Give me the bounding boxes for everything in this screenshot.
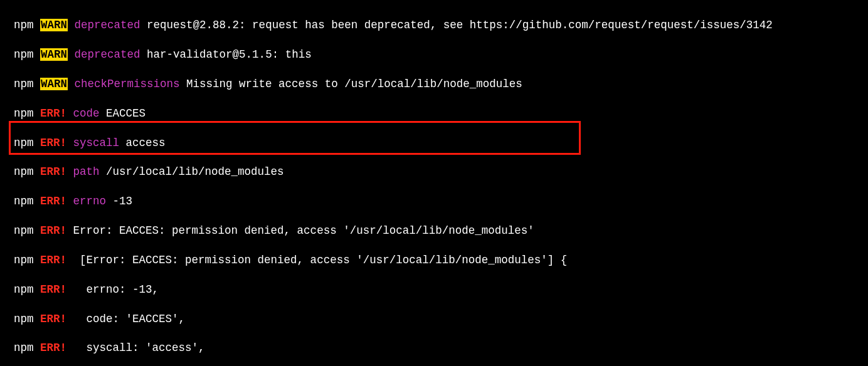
npm-tag: npm: [14, 19, 34, 31]
log-line: npm ERR! code: 'EACCES',: [14, 312, 868, 327]
err-tag: ERR!: [40, 342, 66, 354]
log-line: npm WARN deprecated har-validator@5.1.5:…: [14, 48, 868, 62]
log-message: access: [119, 137, 166, 149]
err-tag: ERR!: [40, 283, 66, 296]
npm-tag: npm: [14, 254, 34, 266]
log-message: har-validator@5.1.5: this: [140, 48, 312, 61]
log-message: /usr/local/lib/node_modules: [100, 165, 284, 178]
npm-tag: npm: [14, 48, 34, 61]
log-line: npm ERR! errno -13: [14, 194, 868, 209]
npm-tag: npm: [14, 224, 34, 237]
npm-tag: npm: [14, 283, 34, 296]
err-tag: ERR!: [40, 224, 66, 237]
log-line: npm WARN checkPermissions Missing write …: [14, 77, 868, 92]
log-message: [Error: EACCES: permission denied, acces…: [73, 254, 568, 266]
err-tag: ERR!: [40, 313, 66, 325]
log-line: npm ERR! syscall access: [14, 136, 868, 150]
npm-tag: npm: [14, 195, 34, 207]
err-tag: ERR!: [40, 165, 66, 178]
err-tag: ERR!: [40, 107, 66, 120]
log-line: npm WARN deprecated request@2.88.2: requ…: [14, 18, 868, 33]
log-message: request@2.88.2: request has been depreca…: [140, 19, 773, 31]
log-line: npm ERR! path /usr/local/lib/node_module…: [14, 165, 868, 179]
terminal-output: npm WARN deprecated request@2.88.2: requ…: [0, 0, 868, 366]
log-message: -13: [106, 195, 132, 207]
warn-tag: WARN: [40, 48, 68, 61]
log-category: deprecated: [75, 19, 140, 31]
err-tag: ERR!: [40, 254, 66, 266]
npm-tag: npm: [14, 137, 34, 149]
err-tag: ERR!: [40, 195, 66, 207]
warn-tag: WARN: [40, 78, 68, 90]
log-category: code: [73, 107, 100, 120]
err-tag: ERR!: [40, 137, 66, 149]
npm-tag: npm: [14, 107, 34, 120]
log-line: npm ERR! syscall: 'access',: [14, 341, 868, 355]
npm-tag: npm: [14, 78, 34, 90]
log-message: code: 'EACCES',: [73, 313, 186, 325]
log-category: path: [73, 165, 100, 178]
npm-tag: npm: [14, 313, 34, 325]
log-category: syscall: [73, 137, 120, 149]
log-message: Missing write access to /usr/local/lib/n…: [180, 78, 522, 90]
log-category: deprecated: [75, 48, 140, 61]
log-message: EACCES: [100, 107, 146, 120]
npm-tag: npm: [14, 342, 34, 354]
log-category: checkPermissions: [75, 78, 180, 90]
log-category: errno: [73, 195, 107, 207]
log-line: npm ERR! code EACCES: [14, 107, 868, 121]
warn-tag: WARN: [40, 19, 68, 31]
log-message: Error: EACCES: permission denied, access…: [73, 224, 534, 237]
log-message: errno: -13,: [73, 283, 159, 296]
npm-tag: npm: [14, 165, 34, 178]
log-message: syscall: 'access',: [73, 342, 205, 354]
log-line: npm ERR! Error: EACCES: permission denie…: [14, 224, 868, 238]
log-line: npm ERR! errno: -13,: [14, 283, 868, 297]
log-line: npm ERR! [Error: EACCES: permission deni…: [14, 253, 868, 268]
